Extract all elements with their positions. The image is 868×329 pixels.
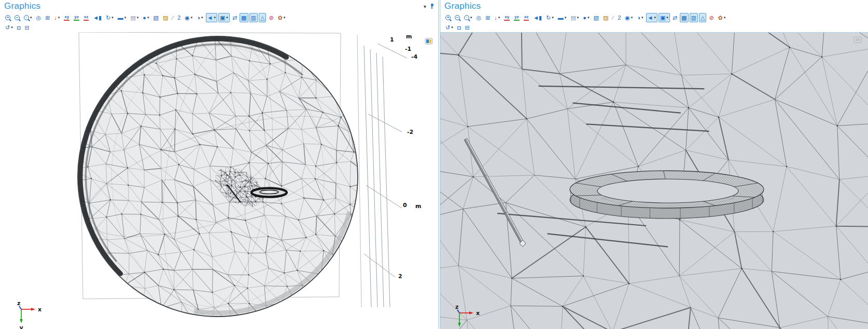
plot-group-button[interactable]: ●▾ [581, 13, 591, 22]
view-xy-plane-button[interactable]: xy [62, 13, 71, 22]
video-camera-button[interactable]: ◄▮ [91, 13, 103, 22]
graphics-canvas-sphere-mesh-view[interactable]: 1m-1-4-20m2xyz [0, 32, 438, 329]
axis-label-x: x [476, 310, 480, 317]
zoom-out-button[interactable]: − [13, 13, 21, 22]
view-menu-button[interactable]: ▬▾ [556, 13, 568, 22]
pin-panel-icon[interactable] [430, 4, 434, 9]
color-theme-button[interactable]: ✿▾ [276, 13, 287, 22]
swap-views-button[interactable]: ⇄ [231, 13, 239, 22]
dropdown-caret[interactable]: ▾ [226, 16, 228, 20]
dropdown-caret[interactable]: ▾ [124, 16, 127, 20]
ambient-occlusion-button[interactable]: ▩ [680, 13, 688, 22]
hide-objects-icon: ⊘ [269, 13, 273, 22]
view-xz-plane-button[interactable]: xz [82, 13, 90, 22]
snapshot-camera-button[interactable]: ◘ [456, 23, 463, 32]
dropdown-caret[interactable]: ▾ [214, 16, 216, 20]
zoom-extents-button[interactable]: ◎ [35, 13, 43, 22]
hide-objects-button[interactable]: ⊘ [267, 13, 275, 22]
swap-views-button[interactable]: ⇄ [671, 13, 679, 22]
dropdown-caret[interactable]: ▾ [451, 25, 453, 30]
zoom-in-button[interactable]: + [444, 13, 452, 22]
dropdown-caret[interactable]: ▾ [137, 16, 139, 20]
video-camera-button[interactable]: ◄▮ [531, 13, 543, 22]
show-grid-button[interactable]: ▥ [249, 13, 258, 22]
view-xy-plane-button[interactable]: xy [502, 13, 511, 22]
dropdown-caret[interactable]: ▾ [498, 16, 500, 20]
dropdown-caret[interactable]: ▾ [147, 16, 149, 20]
dropdown-caret[interactable]: ▾ [201, 16, 203, 20]
rotate-view-button[interactable]: ↻▾ [544, 13, 555, 22]
paint-selection-button[interactable]: ▨ [601, 13, 610, 22]
go-to-view-2-button[interactable]: 2 [176, 13, 182, 22]
dropdown-caret[interactable]: ▾ [654, 16, 656, 20]
go-to-default-view-icon: ↓ [54, 13, 57, 22]
go-to-view-2-button[interactable]: 2 [616, 13, 622, 22]
scene-light-button[interactable]: ◄▾ [206, 13, 217, 22]
plot-group-button[interactable]: ●▾ [141, 13, 150, 22]
panel-menu-button[interactable]: ▾ [424, 4, 426, 9]
zoom-to-selection-button[interactable]: ⊞ [44, 13, 51, 22]
image-snapshot-button[interactable]: ▤▾ [129, 13, 140, 22]
dropdown-caret[interactable]: ▾ [191, 16, 193, 20]
dropdown-caret[interactable]: ▾ [58, 16, 60, 20]
dropdown-caret[interactable]: ▾ [577, 16, 579, 20]
zoom-extents-button[interactable]: ◎ [475, 13, 483, 22]
go-to-default-view-button[interactable]: ↓▾ [493, 13, 501, 22]
show-grid-button[interactable]: ▥ [690, 13, 698, 22]
plot-window-corner-icon[interactable] [425, 38, 432, 44]
environment-reflections-button[interactable]: ◑▾ [195, 13, 204, 22]
plot-window-corner-icon[interactable] [854, 37, 861, 43]
dropdown-caret[interactable]: ▾ [30, 16, 32, 20]
view-yz-plane-button[interactable]: yz [512, 13, 521, 22]
environment-reflections-button[interactable]: ◑▾ [635, 13, 645, 22]
continuous-rotation-button[interactable]: ↺▾ [4, 23, 15, 32]
ambient-occlusion-button[interactable]: ▩ [240, 13, 248, 22]
environment-skybox-button[interactable]: ▣▾ [218, 13, 230, 22]
show-material-color-icon: △ [701, 13, 705, 22]
dropdown-caret[interactable]: ▾ [666, 16, 668, 20]
zoom-box-button[interactable]: ▫▾ [22, 13, 34, 22]
swap-views-icon: ⇄ [232, 13, 237, 22]
view-menu-icon: ▬ [558, 13, 564, 22]
view-xz-plane-button[interactable]: xz [522, 13, 530, 22]
select-entities-button[interactable]: ▧ [592, 13, 600, 22]
dropdown-caret[interactable]: ▾ [631, 16, 633, 20]
zoom-box-button[interactable]: ▫▾ [463, 13, 474, 22]
paint-selection-button[interactable]: ▨ [161, 13, 170, 22]
dropdown-caret[interactable]: ▾ [641, 16, 643, 20]
environment-skybox-button[interactable]: ▣▾ [659, 13, 670, 22]
show-material-color-button[interactable]: △ [699, 13, 706, 22]
go-to-default-view-button[interactable]: ↓▾ [52, 13, 61, 22]
dropdown-caret[interactable]: ▾ [111, 16, 114, 20]
continuous-rotation-icon: ↺ [5, 23, 10, 32]
dropdown-caret[interactable]: ▾ [470, 16, 472, 20]
dropdown-caret[interactable]: ▾ [565, 16, 567, 20]
swap-views-icon: ⇄ [673, 13, 677, 22]
show-selection-button[interactable]: ◉▾ [183, 13, 194, 22]
dropdown-caret[interactable]: ▾ [284, 16, 286, 20]
view-yz-plane-button[interactable]: yz [72, 13, 80, 22]
zoom-to-selection-button[interactable]: ⊞ [484, 13, 492, 22]
dropdown-caret[interactable]: ▾ [724, 16, 726, 20]
print-button[interactable]: ⊟ [23, 23, 31, 32]
measure-button[interactable]: ∕ [171, 13, 175, 22]
show-selection-button[interactable]: ◉▾ [623, 13, 634, 22]
color-theme-button[interactable]: ✿▾ [717, 13, 727, 22]
view-menu-button[interactable]: ▬▾ [116, 13, 128, 22]
dropdown-caret[interactable]: ▾ [552, 16, 554, 20]
continuous-rotation-button[interactable]: ↺▾ [444, 23, 455, 32]
print-button[interactable]: ⊟ [463, 23, 471, 32]
snapshot-camera-button[interactable]: ◘ [16, 23, 22, 32]
hide-objects-button[interactable]: ⊘ [707, 13, 715, 22]
zoom-out-button[interactable]: − [453, 13, 461, 22]
dropdown-caret[interactable]: ▾ [587, 16, 590, 20]
measure-button[interactable]: ∕ [611, 13, 615, 22]
select-entities-button[interactable]: ▧ [151, 13, 160, 22]
rotate-view-button[interactable]: ↻▾ [104, 13, 115, 22]
show-material-color-button[interactable]: △ [259, 13, 266, 22]
dropdown-caret[interactable]: ▾ [11, 25, 13, 30]
scene-light-button[interactable]: ◄▾ [646, 13, 657, 22]
image-snapshot-button[interactable]: ▤▾ [569, 13, 580, 22]
graphics-canvas-zoomed-mesh-view[interactable]: xyz [440, 32, 868, 329]
zoom-in-button[interactable]: + [4, 13, 12, 22]
